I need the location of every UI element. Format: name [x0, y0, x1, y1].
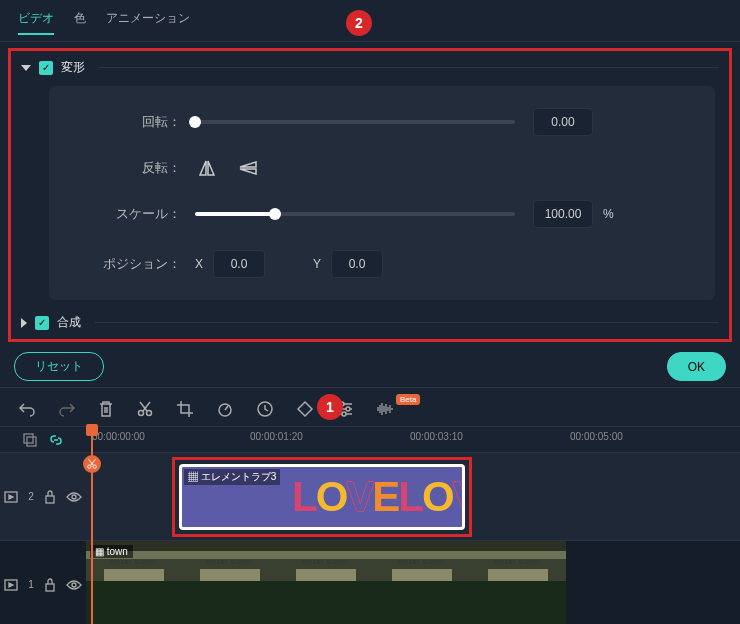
undo-icon[interactable] [18, 401, 36, 417]
redo-icon[interactable] [58, 401, 76, 417]
track-video-icon [4, 579, 18, 591]
timeline-toolbar: Beta [0, 387, 740, 426]
flip-horizontal-icon[interactable] [195, 158, 219, 178]
transform-properties: 回転： 0.00 反転： スケール： 100.00 % [49, 86, 715, 300]
svg-rect-7 [24, 434, 33, 443]
scale-label: スケール： [75, 205, 195, 223]
element-clip[interactable]: ▦ エレメントラブ3 LOVELOV [179, 464, 465, 530]
copy-track-icon[interactable] [22, 432, 38, 448]
speed-icon[interactable] [216, 400, 234, 418]
rotation-value[interactable]: 0.00 [533, 108, 593, 136]
track-body[interactable]: ▦ town [86, 541, 740, 624]
lock-icon[interactable] [44, 490, 56, 504]
timeline-tracks: 2 ▦ エレメントラブ3 LOVELOV 1 ▦ town [0, 452, 740, 624]
disclosure-closed-icon[interactable] [21, 318, 27, 328]
keyframe-icon[interactable] [296, 400, 314, 418]
svg-point-13 [72, 495, 76, 499]
svg-rect-15 [46, 584, 54, 591]
track-video-icon [4, 491, 18, 503]
rotation-slider[interactable] [195, 120, 515, 124]
timeline-ruler-row: 00:00:00:00 00:00:01:20 00:00:03:10 00:0… [0, 426, 740, 452]
ruler-tick: 00:00:03:10 [410, 431, 463, 442]
scale-value[interactable]: 100.00 [533, 200, 593, 228]
track-number: 1 [28, 579, 34, 590]
svg-point-10 [93, 465, 96, 468]
ruler-tick: 00:00:05:00 [570, 431, 623, 442]
position-y-value[interactable]: 0.0 [331, 250, 383, 278]
playhead-handle[interactable] [86, 424, 98, 436]
scale-slider[interactable] [195, 212, 515, 216]
visibility-icon[interactable] [66, 579, 82, 591]
compositing-enable-checkbox[interactable]: ✓ [35, 316, 49, 330]
svg-point-0 [139, 411, 144, 416]
divider [95, 322, 719, 323]
track-number: 2 [28, 491, 34, 502]
position-x-label: X [195, 257, 203, 271]
annotation-2: 2 [346, 10, 372, 36]
svg-point-1 [147, 411, 152, 416]
svg-point-9 [88, 465, 91, 468]
divider [99, 67, 719, 68]
element-clip-highlight: ▦ エレメントラブ3 LOVELOV [172, 457, 472, 537]
track-video: 1 ▦ town [0, 540, 740, 624]
duration-icon[interactable] [256, 400, 274, 418]
scale-unit: % [603, 207, 614, 221]
ruler-tick: 00:00:00:00 [92, 431, 145, 442]
flip-vertical-icon[interactable] [237, 158, 261, 178]
section-transform-header[interactable]: ✓ 変形 [21, 59, 719, 76]
crop-icon[interactable] [176, 400, 194, 418]
position-label: ポジション： [75, 255, 195, 273]
track-element: 2 ▦ エレメントラブ3 LOVELOV [0, 452, 740, 540]
section-compositing-header[interactable]: ✓ 合成 [21, 314, 719, 331]
timeline-ruler[interactable]: 00:00:00:00 00:00:01:20 00:00:03:10 00:0… [86, 427, 740, 452]
audio-icon[interactable] [376, 401, 396, 417]
visibility-icon[interactable] [66, 491, 82, 503]
beta-badge: Beta [396, 394, 420, 405]
svg-point-16 [72, 583, 76, 587]
flip-label: 反転： [75, 159, 195, 177]
svg-point-5 [346, 407, 350, 411]
cut-icon[interactable] [136, 400, 154, 418]
svg-point-6 [342, 412, 346, 416]
section-transform-label: 変形 [61, 59, 85, 76]
svg-rect-12 [46, 496, 54, 503]
lock-icon[interactable] [44, 578, 56, 592]
rotation-label: 回転： [75, 113, 195, 131]
svg-rect-8 [27, 437, 36, 446]
position-x-value[interactable]: 0.0 [213, 250, 265, 278]
reset-button[interactable]: リセット [14, 352, 104, 381]
tab-video[interactable]: ビデオ [18, 10, 54, 35]
video-clip[interactable]: ▦ town [86, 541, 566, 624]
section-compositing-label: 合成 [57, 314, 81, 331]
link-icon[interactable] [48, 432, 64, 448]
track-body[interactable]: ▦ エレメントラブ3 LOVELOV [86, 453, 740, 540]
transform-enable-checkbox[interactable]: ✓ [39, 61, 53, 75]
ok-button[interactable]: OK [667, 352, 726, 381]
ruler-tick: 00:00:01:20 [250, 431, 303, 442]
tab-animation[interactable]: アニメーション [106, 10, 190, 35]
playhead-split-icon[interactable] [83, 455, 101, 473]
properties-panel: ✓ 変形 回転： 0.00 反転： スケール： [8, 48, 732, 342]
delete-icon[interactable] [98, 400, 114, 418]
disclosure-open-icon[interactable] [21, 65, 31, 71]
clip-thumbnail: LOVELOV [292, 473, 465, 521]
tab-color[interactable]: 色 [74, 10, 86, 35]
position-y-label: Y [313, 257, 321, 271]
annotation-1: 1 [317, 394, 343, 420]
